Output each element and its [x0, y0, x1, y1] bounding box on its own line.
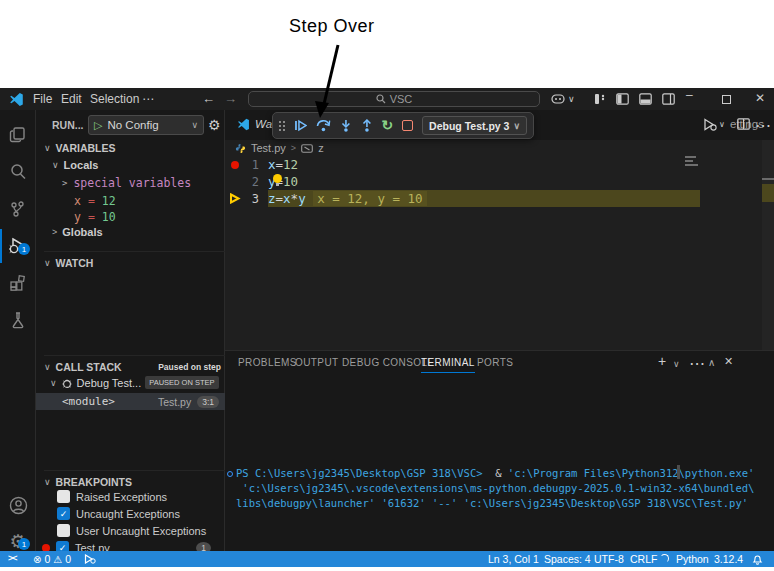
toggle-sidebar-icon[interactable] — [616, 93, 629, 105]
start-debug-icon[interactable]: ▷ — [94, 119, 102, 132]
warning-count: 0 — [65, 553, 71, 565]
eol-sequence[interactable]: CRLF — [630, 553, 657, 565]
source-control-icon[interactable] — [0, 192, 36, 226]
checkbox-checked[interactable]: ✓ — [57, 507, 70, 520]
menu-selection[interactable]: Selection — [90, 92, 139, 106]
minimap[interactable] — [683, 154, 733, 176]
debug-session-row[interactable]: ∨ Debug Test... PAUSED ON STEP — [50, 376, 222, 389]
explorer-icon[interactable] — [0, 118, 36, 152]
overview-ruler[interactable] — [762, 140, 774, 350]
breakpoint-row[interactable]: ✓ Uncaught Exceptions — [57, 507, 180, 520]
inline-values-decoration: x = 12, y = 10 — [313, 191, 426, 206]
copilot-icon[interactable] — [551, 93, 565, 105]
callstack-header[interactable]: ∨ CALL STACK Paused on step — [44, 355, 225, 373]
language-status-icon[interactable] — [660, 554, 669, 563]
nav-forward-icon[interactable]: → — [224, 91, 237, 106]
toolbar-grip-icon[interactable] — [279, 121, 285, 131]
code-token: * — [291, 191, 299, 206]
checkbox-unchecked[interactable] — [57, 524, 70, 537]
maximize-panel-icon[interactable]: ∧ — [708, 357, 715, 368]
locals-scope[interactable]: ∨ Locals — [52, 159, 98, 171]
account-icon[interactable] — [0, 488, 36, 522]
run-dropdown-chevron-icon[interactable]: ∨ — [719, 120, 725, 129]
extensions-icon[interactable] — [0, 266, 36, 300]
variable-row-y[interactable]: y = 10 — [74, 210, 116, 224]
remote-indicator-icon[interactable]: >< — [8, 553, 17, 563]
breakpoint-row[interactable]: Raised Exceptions — [57, 490, 167, 503]
line-number: 2 — [243, 175, 259, 189]
run-python-file-icon[interactable] — [703, 118, 717, 131]
checkbox-unchecked[interactable] — [57, 490, 70, 503]
code-line-1[interactable]: 1 x=12 — [225, 156, 762, 173]
check-icon: ✓ — [60, 509, 68, 519]
search-sidebar-icon[interactable] — [0, 155, 36, 189]
code-line-3-current[interactable]: 3 z=x*y x = 12, y = 10 — [225, 190, 762, 207]
breadcrumb-file[interactable]: Test.py — [251, 142, 286, 154]
tab-output[interactable]: OUTPUT — [295, 357, 339, 368]
code-line-2[interactable]: 2 y=10 — [225, 173, 762, 190]
variable-row-x[interactable]: x = 12 — [74, 194, 116, 208]
panel-more-icon[interactable]: ⋯ — [689, 354, 705, 373]
breakpoint-row[interactable]: User Uncaught Exceptions — [57, 524, 206, 537]
menu-file[interactable]: File — [33, 92, 52, 106]
globals-label: Globals — [62, 226, 102, 238]
breadcrumb-symbol[interactable]: z — [318, 142, 324, 154]
debug-config-dropdown[interactable]: ▷ No Config ∨ — [88, 115, 204, 135]
scrollbar-mark — [762, 178, 774, 180]
restart-icon[interactable]: ↻ — [381, 119, 393, 132]
step-over-icon[interactable] — [316, 119, 331, 132]
terminal-scrollbar[interactable] — [677, 465, 680, 479]
tab-terminal[interactable]: TERMINAL — [421, 357, 475, 373]
notifications-bell-icon[interactable] — [752, 554, 763, 565]
close-panel-icon[interactable]: ✕ — [724, 355, 733, 368]
globals-twistie-icon: > — [52, 227, 57, 237]
lightbulb-icon[interactable] — [273, 174, 282, 183]
watch-header[interactable]: ∨ WATCH — [44, 251, 225, 269]
minimize-icon[interactable]: – — [686, 88, 693, 102]
globals-scope[interactable]: > Globals — [52, 226, 103, 238]
tab-ports[interactable]: PORTS — [477, 357, 513, 368]
terminal-line-2: 'c:\Users\jg2345\.vscode\extensions\ms-p… — [236, 482, 754, 494]
split-editor-icon[interactable] — [737, 118, 750, 130]
menu-more-icon[interactable]: ⋯ — [142, 92, 154, 106]
special-variables-row[interactable]: > special variables — [62, 176, 191, 190]
symbol-variable-icon — [301, 144, 313, 153]
run-debug-sidebar: RUN... ▷ No Config ∨ ⚙ ⋯ ∨ VARIABLES ∨ L… — [36, 110, 225, 551]
variables-header[interactable]: ∨ VARIABLES — [44, 142, 116, 154]
indentation[interactable]: Spaces: 4 — [544, 553, 591, 565]
breakpoint-glyph-icon[interactable] — [231, 161, 239, 169]
encoding[interactable]: UTF-8 — [594, 553, 624, 565]
continue-icon[interactable] — [294, 119, 307, 132]
stack-frame-row[interactable]: <module> Test.py 3:1 — [36, 393, 225, 410]
errors-warnings[interactable]: ⊗ 0 ⚠ 0 — [33, 553, 71, 565]
callstack-status: Paused on step — [158, 362, 221, 372]
new-terminal-icon[interactable]: + — [658, 353, 666, 369]
step-into-icon[interactable] — [340, 119, 352, 132]
terminal-dropdown-chevron-icon[interactable]: ∨ — [673, 359, 680, 369]
toggle-panel-icon[interactable] — [639, 93, 652, 105]
breadcrumb[interactable]: Test.py > z — [235, 142, 324, 154]
python-version[interactable]: 3.12.4 — [714, 553, 743, 565]
breakpoints-header[interactable]: ∨ BREAKPOINTS — [44, 470, 225, 488]
toggle-secondary-sidebar-icon[interactable] — [662, 93, 675, 105]
run-settings-gear-icon[interactable]: ⚙ — [208, 117, 221, 133]
editor-more-icon[interactable]: ⋯ — [755, 116, 771, 135]
stop-icon[interactable] — [402, 120, 413, 131]
testing-icon[interactable] — [0, 303, 36, 337]
maximize-icon[interactable] — [722, 95, 731, 104]
step-out-icon[interactable] — [361, 119, 373, 132]
menu-edit[interactable]: Edit — [61, 92, 82, 106]
debug-session-picker[interactable]: Debug Test.py 3 ∨ — [422, 116, 527, 135]
cursor-position[interactable]: Ln 3, Col 1 — [488, 553, 539, 565]
command-decoration-icon[interactable] — [227, 471, 233, 477]
customize-layout-icon[interactable] — [594, 93, 606, 105]
nav-back-icon[interactable]: ← — [202, 91, 215, 106]
debug-status-icon[interactable] — [84, 554, 96, 564]
debug-toolbar[interactable]: ↻ Debug Test.py 3 ∨ — [272, 112, 534, 139]
command-center-search[interactable]: VSC — [248, 91, 540, 107]
language-mode[interactable]: Python — [676, 553, 709, 565]
activity-bar: 1 ⚙ 1 — [0, 110, 36, 551]
close-window-icon[interactable]: ✕ — [755, 91, 765, 105]
copilot-chevron-icon[interactable]: ∨ — [568, 94, 575, 104]
tab-problems[interactable]: PROBLEMS — [238, 357, 297, 368]
